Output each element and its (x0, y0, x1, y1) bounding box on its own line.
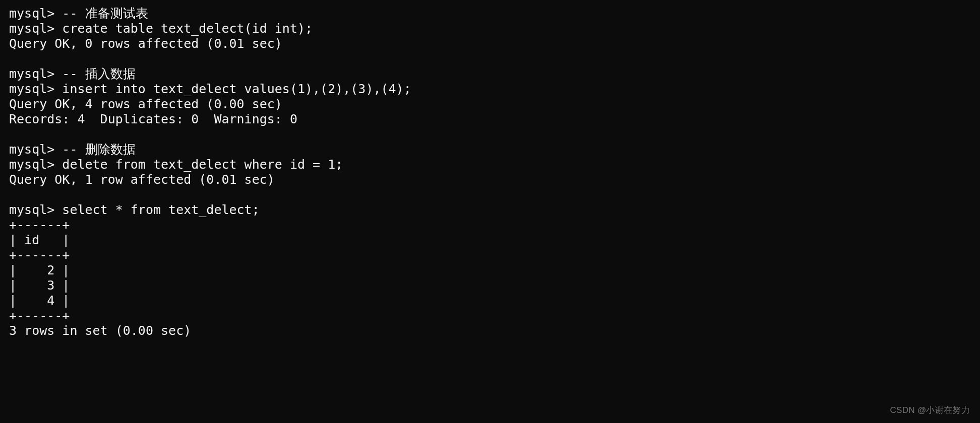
watermark-label: CSDN @小谢在努力 (890, 403, 970, 418)
terminal-output[interactable]: mysql> -- 准备测试表 mysql> create table text… (0, 0, 980, 344)
